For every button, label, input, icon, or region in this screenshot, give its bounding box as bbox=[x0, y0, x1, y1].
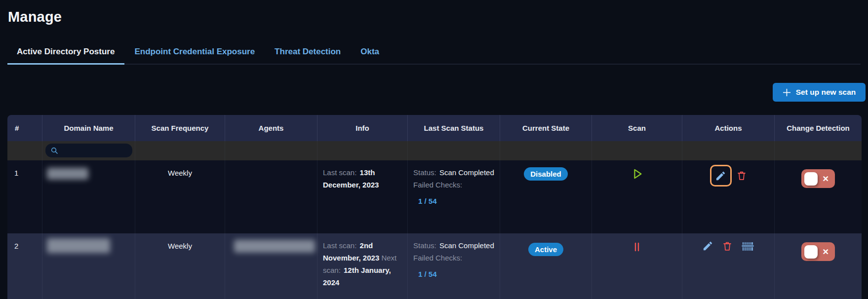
info-cell: Last scan: 13th December, 2023 bbox=[317, 160, 408, 233]
change-detection-cell: ✕ bbox=[775, 160, 862, 233]
tab-threat-detection[interactable]: Threat Detection bbox=[265, 41, 351, 64]
col-header-change-detection: Change Detection bbox=[775, 115, 862, 141]
last-scan-status-cell: Status: Scan Completed Failed Checks: 1 … bbox=[408, 160, 500, 233]
tab-active-directory-posture[interactable]: Active Directory Posture bbox=[7, 41, 124, 65]
current-state-cell: Active bbox=[500, 233, 592, 299]
actions-cell bbox=[682, 233, 775, 299]
col-header-scan-frequency: Scan Frequency bbox=[135, 115, 225, 141]
scan-frequency-cell: Weekly bbox=[135, 160, 225, 233]
barcode-scan-icon[interactable] bbox=[741, 240, 754, 252]
table-row: 2 Weekly Last scan: 2nd November, 2023 N… bbox=[7, 233, 862, 299]
failed-checks-link[interactable]: 1 / 54 bbox=[418, 195, 437, 207]
domain-name-cell bbox=[42, 160, 135, 233]
col-header-actions: Actions bbox=[682, 115, 775, 141]
set-up-new-scan-label: Set up new scan bbox=[796, 88, 856, 97]
tab-endpoint-credential-exposure[interactable]: Endpoint Credential Exposure bbox=[124, 41, 265, 64]
status-value: Scan Completed bbox=[439, 241, 494, 250]
last-scan-label: Last scan: bbox=[323, 168, 356, 177]
status-badge: Disabled bbox=[524, 167, 568, 181]
row-number: 1 bbox=[7, 160, 42, 233]
failed-checks-label: Failed Checks: bbox=[413, 254, 462, 262]
pause-scan-icon[interactable] bbox=[631, 240, 643, 254]
col-header-info: Info bbox=[317, 115, 408, 141]
row-number: 2 bbox=[7, 233, 42, 299]
scan-cell bbox=[592, 233, 682, 299]
change-detection-toggle[interactable]: ✕ bbox=[801, 242, 835, 261]
delete-trash-icon[interactable] bbox=[736, 170, 747, 182]
actions-cell bbox=[682, 160, 775, 233]
last-scan-label: Last scan: bbox=[323, 241, 356, 250]
status-value: Scan Completed bbox=[439, 168, 494, 177]
redacted-agents bbox=[234, 240, 315, 253]
current-state-cell: Disabled bbox=[500, 160, 592, 233]
status-label: Status: bbox=[413, 168, 436, 177]
domain-search-field[interactable] bbox=[45, 144, 132, 157]
scan-frequency-cell: Weekly bbox=[135, 233, 225, 299]
col-header-number: # bbox=[7, 115, 42, 141]
edit-pencil-icon[interactable] bbox=[715, 170, 726, 182]
scan-cell bbox=[592, 160, 682, 233]
redacted-domain-name bbox=[47, 168, 88, 180]
filter-row bbox=[7, 141, 862, 160]
edit-pencil-icon[interactable] bbox=[702, 240, 713, 252]
domain-search-input[interactable] bbox=[61, 147, 125, 154]
toggle-off-x-icon: ✕ bbox=[823, 247, 829, 257]
status-label: Status: bbox=[413, 241, 436, 250]
domain-name-cell bbox=[42, 233, 135, 299]
failed-checks-label: Failed Checks: bbox=[413, 181, 462, 189]
change-detection-toggle[interactable]: ✕ bbox=[801, 169, 835, 188]
agents-cell bbox=[225, 160, 317, 233]
set-up-new-scan-button[interactable]: Set up new scan bbox=[773, 83, 866, 102]
agents-cell bbox=[225, 233, 317, 299]
plus-icon bbox=[783, 88, 791, 97]
table-header-row: # Domain Name Scan Frequency Agents Info… bbox=[7, 115, 862, 141]
failed-checks-link[interactable]: 1 / 54 bbox=[418, 268, 437, 280]
search-icon bbox=[50, 147, 58, 154]
status-badge: Active bbox=[528, 243, 563, 256]
col-header-agents: Agents bbox=[225, 115, 317, 141]
tab-bar: Active Directory Posture Endpoint Creden… bbox=[7, 41, 861, 65]
page-title: Manage bbox=[8, 9, 62, 25]
toggle-knob bbox=[804, 172, 818, 186]
table-row: 1 Weekly Last scan: 13th December, 2023 … bbox=[7, 160, 862, 233]
last-scan-status-cell: Status: Scan Completed Failed Checks: 1 … bbox=[408, 233, 500, 299]
col-header-last-scan-status: Last Scan Status bbox=[408, 115, 500, 141]
col-header-scan: Scan bbox=[592, 115, 682, 141]
play-scan-icon[interactable] bbox=[631, 167, 644, 181]
info-cell: Last scan: 2nd November, 2023 Next scan:… bbox=[317, 233, 408, 299]
toggle-knob bbox=[804, 245, 818, 259]
toggle-off-x-icon: ✕ bbox=[823, 174, 829, 184]
edit-highlight-box[interactable] bbox=[710, 165, 732, 187]
change-detection-cell: ✕ bbox=[775, 233, 862, 299]
col-header-current-state: Current State bbox=[500, 115, 592, 141]
delete-trash-icon[interactable] bbox=[722, 240, 733, 252]
scans-table: # Domain Name Scan Frequency Agents Info… bbox=[7, 115, 862, 299]
col-header-domain-name: Domain Name bbox=[42, 115, 135, 141]
redacted-domain-name bbox=[47, 238, 110, 253]
tab-okta[interactable]: Okta bbox=[351, 41, 389, 64]
